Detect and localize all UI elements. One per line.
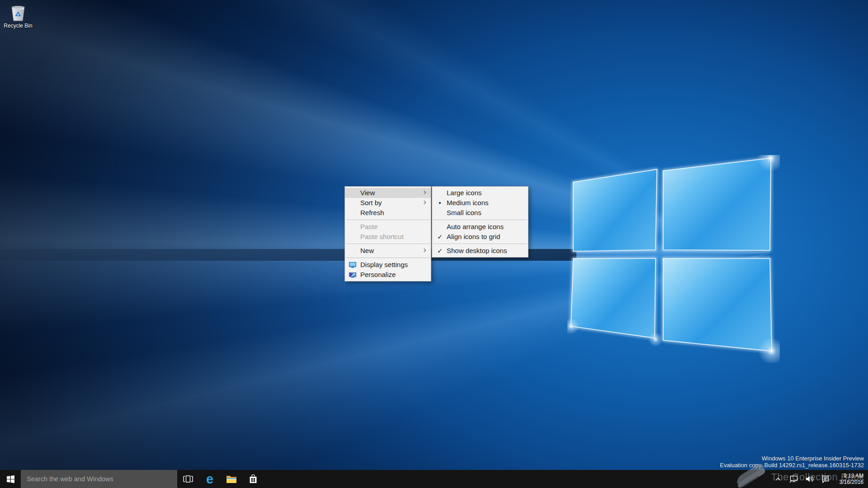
menu-item-label: New [360,247,374,254]
submenu-item-show-desktop-icons[interactable]: ✓ Show desktop icons [432,246,528,256]
submenu-arrow-icon [422,191,426,194]
windows-logo-wallpaper [567,155,780,363]
submenu-item-auto-arrange-icons[interactable]: Auto arrange icons [432,222,528,232]
windows-start-icon [7,475,14,483]
menu-separator [346,244,430,244]
menu-separator [346,258,430,258]
menu-item-paste-shortcut: Paste shortcut [345,232,431,242]
submenu-item-small-icons[interactable]: Small icons [432,208,528,218]
menu-item-new[interactable]: New [345,246,431,256]
store-button[interactable] [242,470,264,488]
menu-separator [346,220,430,220]
menu-item-label: Personalize [360,271,396,278]
watermark-line2: Evaluation copy. Build 14292.rs1_release… [720,462,864,469]
submenu-arrow-icon [422,249,426,252]
store-icon [249,474,257,483]
checkmark-icon: ✓ [435,232,445,242]
taskbar-empty-area [264,470,772,488]
menu-item-paste: Paste [345,222,431,232]
checkmark-icon: ✓ [435,246,445,256]
speaker-icon [806,475,814,483]
submenu-arrow-icon [422,201,426,204]
desktop-icon-recycle-bin[interactable]: Recycle Bin [3,4,33,29]
taskbar: e [0,470,868,488]
menu-item-label: Show desktop icons [447,247,507,254]
menu-item-label: View [360,189,375,197]
submenu-item-large-icons[interactable]: Large icons [432,188,528,198]
chevron-up-icon [775,477,781,481]
menu-item-label: Paste shortcut [360,233,404,240]
menu-separator [433,220,527,220]
network-tray-button[interactable] [788,470,800,488]
menu-item-display-settings[interactable]: Display settings [345,260,431,270]
action-center-button[interactable] [820,470,831,488]
insider-watermark: Windows 10 Enterprise Insider Preview Ev… [720,455,864,469]
submenu-item-medium-icons[interactable]: ● Medium icons [432,198,528,208]
file-explorer-button[interactable] [221,470,242,488]
edge-icon: e [206,473,213,486]
search-input[interactable] [21,470,177,488]
recycle-bin-icon [9,4,27,22]
task-view-icon [183,475,193,483]
display-settings-icon [349,261,356,268]
taskbar-clock[interactable]: 9:13 AM 3/16/2016 [835,473,864,485]
personalize-icon [349,271,356,278]
menu-item-label: Refresh [360,209,384,216]
edge-browser-button[interactable]: e [199,470,221,488]
menu-item-personalize[interactable]: Personalize [345,270,431,280]
clock-time: 9:13 AM [835,473,863,479]
menu-item-refresh[interactable]: Refresh [345,208,431,218]
menu-item-label: Align icons to grid [447,233,500,240]
menu-item-label: Paste [360,223,377,230]
menu-item-view[interactable]: View [345,188,431,198]
radio-selected-icon: ● [435,198,445,208]
menu-item-label: Sort by [360,199,382,206]
desktop[interactable]: Recycle Bin Windows 10 Enterprise Inside… [0,0,868,488]
file-explorer-icon [226,475,237,483]
task-view-button[interactable] [177,470,199,488]
network-icon [789,475,798,483]
submenu-item-align-icons-to-grid[interactable]: ✓ Align icons to grid [432,232,528,242]
menu-item-label: Medium icons [447,199,489,206]
volume-tray-button[interactable] [804,470,816,488]
desktop-context-menu: View Sort by Refresh Paste Paste shortcu… [344,186,431,282]
desktop-icon-label: Recycle Bin [3,23,33,29]
clock-date: 3/16/2016 [835,479,863,485]
menu-item-label: Small icons [447,209,481,216]
menu-item-label: Auto arrange icons [447,223,504,230]
menu-item-sort-by[interactable]: Sort by [345,198,431,208]
taskbar-search-box[interactable] [21,470,177,488]
menu-item-label: Large icons [447,189,482,197]
show-hidden-icons-button[interactable] [772,470,784,488]
system-tray: 9:13 AM 3/16/2016 [772,470,868,488]
menu-item-label: Display settings [360,261,408,268]
view-submenu: Large icons ● Medium icons Small icons A… [432,186,528,258]
watermark-line1: Windows 10 Enterprise Insider Preview [720,455,864,462]
menu-separator [433,244,527,244]
start-button[interactable] [0,470,21,488]
action-center-icon [821,475,830,483]
